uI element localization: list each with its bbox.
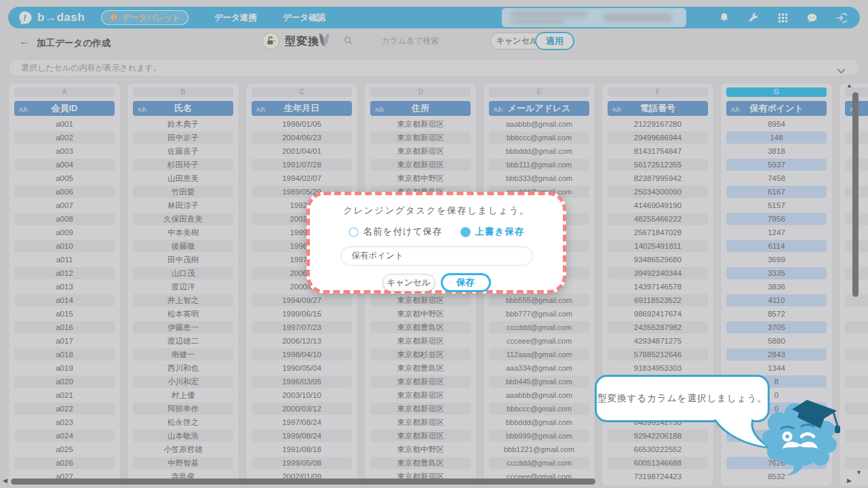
- radio-label: 上書き保存: [475, 226, 525, 238]
- coach-tooltip: 型変換するカラムを選択しましょう。: [595, 375, 770, 422]
- radio-circle-icon[interactable]: [349, 227, 359, 237]
- modal-title: クレンジングタスクを保存しましょう。: [310, 205, 563, 217]
- save-mode-radio-0[interactable]: 名前を付けて保存: [349, 226, 443, 238]
- modal-buttons: キャンセル 保存: [310, 273, 563, 292]
- radio-label: 名前を付けて保存: [363, 226, 443, 238]
- modal-save-button[interactable]: 保存: [441, 273, 491, 292]
- app-screen: Aaあ会員IDa001a002a003a004a005a006a007a008a…: [0, 0, 868, 488]
- brain-mascot-icon: [758, 397, 845, 480]
- save-task-modal: クレンジングタスクを保存しましょう。 名前を付けて保存上書き保存 キャンセル 保…: [307, 192, 566, 293]
- coach-tooltip-text: 型変換するカラムを選択しましょう。: [597, 392, 767, 405]
- modal-cancel-button[interactable]: キャンセル: [382, 274, 435, 291]
- task-name-input[interactable]: [340, 246, 533, 266]
- save-mode-radio-1[interactable]: 上書き保存: [460, 226, 525, 238]
- radio-circle-icon[interactable]: [460, 227, 471, 237]
- save-mode-radio-group: 名前を付けて保存上書き保存: [310, 226, 563, 238]
